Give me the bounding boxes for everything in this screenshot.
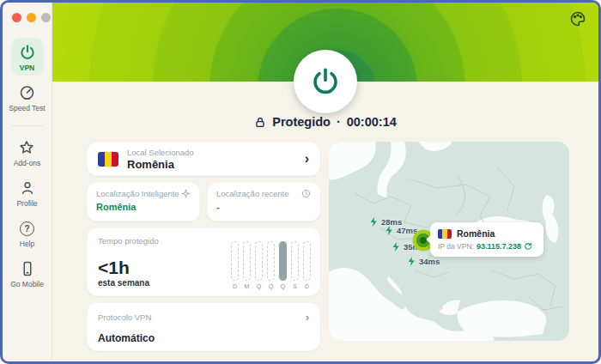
vpn-protocol-label: Protocolo VPN: [98, 312, 151, 322]
chevron-right-icon: ›: [306, 312, 309, 323]
sidebar-item-label: Speed Test: [9, 104, 45, 112]
vpn-ip-address: 93.115.7.238: [477, 242, 521, 251]
minimize-button[interactable]: [27, 13, 36, 22]
sidebar-item-profile[interactable]: Profile: [16, 179, 37, 208]
protected-time-value: <1h: [98, 258, 149, 276]
traffic-lights: [12, 13, 51, 22]
day-bar: [255, 241, 263, 281]
recent-location-card[interactable]: Localização recente -: [207, 182, 320, 221]
latency-label: 34ms: [419, 257, 440, 266]
selected-location-value: Romênia: [127, 158, 296, 171]
star-icon: [17, 138, 36, 157]
connection-tooltip: Romênia IP da VPN: 93.115.7.238: [430, 222, 543, 257]
vpn-protocol-value: Automático: [98, 332, 309, 344]
romania-flag-icon: [98, 152, 118, 167]
smart-location-value: Romênia: [96, 202, 191, 212]
sparkle-icon: [181, 189, 191, 198]
day-label: Q: [269, 283, 273, 289]
sidebar-item-label: VPN: [20, 64, 34, 72]
ping-marker: 34ms: [406, 255, 440, 268]
protected-time-label: Tempo protegido: [98, 236, 159, 246]
recent-location-value: -: [216, 202, 311, 212]
sidebar-item-help[interactable]: ? Help: [18, 219, 37, 248]
lightning-bolt-icon: [368, 215, 379, 228]
day-label: D: [233, 283, 237, 289]
refresh-ip-icon[interactable]: [524, 242, 532, 251]
connect-power-button[interactable]: [294, 50, 357, 113]
day-label: S: [293, 283, 297, 289]
romania-flag-icon: [438, 229, 452, 239]
selected-location-label: Local Selecionado: [127, 148, 296, 157]
status-label: Protegido: [272, 115, 331, 129]
protected-time-subtitle: esta semana: [98, 278, 149, 288]
help-icon: ?: [18, 219, 37, 238]
day-bar: [267, 241, 275, 281]
sidebar-item-label: Go Mobile: [10, 280, 44, 288]
lock-icon: [254, 116, 266, 129]
recent-location-label: Localização recente: [216, 189, 289, 198]
day-label: M: [245, 283, 250, 289]
sidebar-item-label: Help: [20, 240, 34, 248]
zoom-button[interactable]: [41, 13, 51, 22]
protected-time-card: Tempo protegido <1h esta semana D M Q Q …: [87, 228, 320, 296]
selected-location-card[interactable]: Local Selecionado Romênia ›: [87, 142, 320, 176]
day-bar: [231, 241, 239, 281]
phone-icon: [18, 259, 37, 278]
dashboard-content: Local Selecionado Romênia › Localização …: [52, 129, 598, 351]
hero-banner: [52, 3, 598, 82]
ip-label: IP da VPN:: [438, 242, 474, 251]
lightning-bolt-icon: [406, 255, 417, 268]
person-icon: [18, 179, 37, 197]
app-window: VPN Speed Test Add-ons: [0, 0, 601, 364]
theme-palette-icon[interactable]: [569, 10, 586, 31]
smart-location-label: Localização Inteligente: [96, 189, 179, 198]
connection-status: Protegido · 00:00:14: [52, 115, 598, 129]
day-label: D: [305, 283, 309, 289]
lightning-bolt-icon: [384, 224, 395, 237]
main-area: Protegido · 00:00:14 Local Selecionado R…: [52, 3, 598, 361]
speedometer-icon: [17, 83, 36, 102]
day-label: Q: [257, 283, 261, 289]
sidebar-item-add-ons[interactable]: Add-ons: [14, 138, 41, 167]
sidebar-item-label: Profile: [16, 199, 37, 208]
day-bar-active: [279, 241, 287, 281]
close-button[interactable]: [12, 13, 21, 22]
left-column: Local Selecionado Romênia › Localização …: [87, 142, 320, 351]
power-icon: [18, 43, 37, 62]
sidebar: VPN Speed Test Add-ons: [3, 3, 52, 361]
sidebar-item-speed-test[interactable]: Speed Test: [9, 83, 45, 112]
day-bar: [291, 241, 299, 281]
smart-location-card[interactable]: Localização Inteligente Romênia: [87, 182, 200, 221]
lightning-bolt-icon: [391, 240, 402, 253]
map-panel: 28ms 47ms 35ms 34ms: [329, 142, 569, 341]
weekly-bar-chart: D M Q Q Q S D: [231, 241, 311, 289]
chevron-right-icon: ›: [305, 152, 309, 166]
clock-icon: [301, 189, 311, 198]
sidebar-item-vpn[interactable]: VPN: [11, 38, 44, 76]
tooltip-country: Romênia: [457, 228, 495, 239]
sidebar-item-go-mobile[interactable]: Go Mobile: [10, 259, 44, 288]
vpn-protocol-card[interactable]: Protocolo VPN › Automático: [87, 302, 320, 351]
sidebar-divider: [12, 125, 43, 126]
session-timer: 00:00:14: [347, 115, 397, 129]
day-bar: [303, 241, 311, 281]
power-icon: [310, 66, 341, 97]
location-cards-row: Localização Inteligente Romênia Localiza…: [87, 182, 320, 221]
status-separator: ·: [337, 115, 341, 129]
day-label: Q: [281, 283, 285, 289]
sidebar-item-label: Add-ons: [14, 159, 41, 167]
day-bar: [243, 241, 251, 281]
